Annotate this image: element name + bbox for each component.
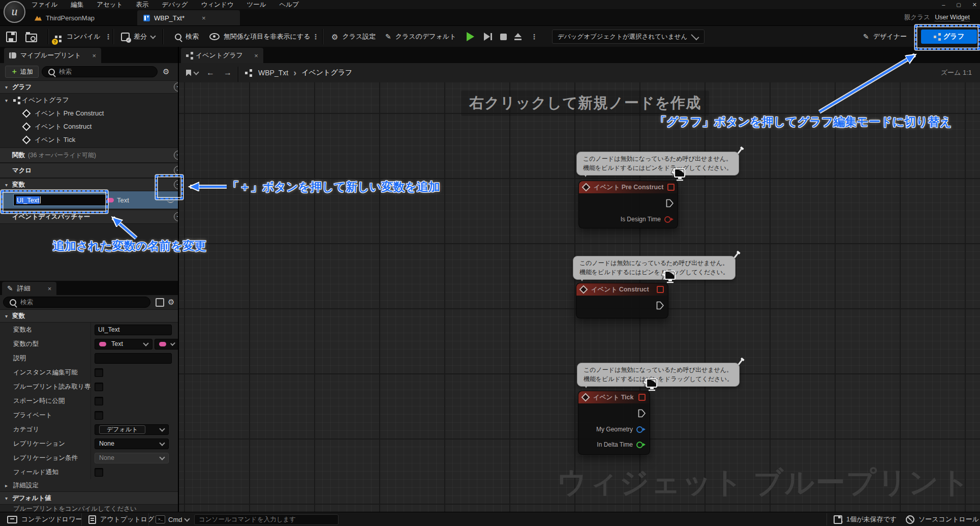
tree-item-event[interactable]: イベント Construct <box>0 120 178 133</box>
cmd-dropdown[interactable]: >_ Cmd <box>156 512 189 526</box>
compile-options-icon[interactable]: ⋮ <box>105 26 112 47</box>
section-variables[interactable]: ▾ 変数 + <box>0 178 178 191</box>
exec-pin-icon[interactable] <box>666 199 674 209</box>
class-settings-button[interactable]: ⚙ クラス設定 <box>331 26 376 47</box>
unsaved-status[interactable]: 1個が未保存です <box>834 512 897 526</box>
content-drawer-button[interactable]: コンテンツドロワー <box>7 512 82 526</box>
tab-details[interactable]: ✎ 詳細 × <box>2 282 56 295</box>
breadcrumb-current[interactable]: イベントグラフ <box>301 68 352 77</box>
play-options-icon[interactable]: ⋮ <box>531 26 538 47</box>
default-value-section[interactable]: ▾ デフォルト値 <box>0 491 178 505</box>
expander-icon[interactable]: ▸ <box>5 483 13 488</box>
expander-icon[interactable]: ▾ <box>5 495 12 501</box>
bookmarks-button[interactable] <box>186 63 198 82</box>
play-button[interactable] <box>467 26 474 47</box>
bubble-pin-icon[interactable] <box>738 148 743 154</box>
detail-text-input[interactable]: UI_Text <box>95 325 172 335</box>
frame-skip-button[interactable] <box>484 26 490 47</box>
dropdown[interactable]: None <box>95 439 169 449</box>
search-input[interactable]: 検索 <box>42 66 158 77</box>
data-pin-icon[interactable] <box>664 216 671 223</box>
tree-item-event[interactable]: イベント Tick <box>0 133 178 147</box>
save-button[interactable] <box>6 26 17 47</box>
close-icon[interactable]: ✕ <box>972 2 977 8</box>
dropdown[interactable]: デフォルト <box>95 424 169 435</box>
section-functions[interactable]: 関数 (36 オーバーライド可能) + <box>0 148 178 163</box>
debug-object-dropdown[interactable]: デバッグオブジェクトが選択されていません <box>552 30 705 44</box>
close-tab-icon[interactable]: × <box>254 52 258 60</box>
parent-class-link[interactable]: User Widget <box>935 14 970 21</box>
back-button[interactable]: ← <box>206 63 215 82</box>
unreal-logo[interactable]: u <box>4 1 25 23</box>
dropdown[interactable]: None <box>95 453 169 463</box>
menu-item[interactable]: ウィンドウ <box>201 1 234 9</box>
checkbox[interactable] <box>95 383 103 391</box>
designer-mode-button[interactable]: ✎ デザイナー <box>863 26 907 47</box>
exec-pin-icon[interactable] <box>656 301 664 311</box>
add-graph-icon[interactable]: + <box>174 82 178 92</box>
tab-thirdpersonmap[interactable]: ThirdPersonMap <box>28 10 101 25</box>
menu-item[interactable]: ツール <box>247 1 266 9</box>
tree-item-event-graph[interactable]: ▾ イベントグラフ <box>0 94 178 107</box>
diff-button[interactable]: 差分 <box>121 26 155 47</box>
blueprint-node[interactable]: イベント Construct <box>576 283 668 318</box>
settings-gear-icon[interactable]: ⚙ <box>163 68 169 75</box>
blueprint-node[interactable]: イベント Pre ConstructIs Design Time <box>578 181 678 228</box>
tab-event-graph[interactable]: イベントグラフ × <box>181 48 263 63</box>
hide-unrelated-button[interactable]: 無関係な項目を非表示にする <box>209 26 311 47</box>
container-type-dropdown[interactable] <box>155 339 178 349</box>
menu-item[interactable]: 編集 <box>71 1 83 9</box>
maximize-icon[interactable]: ▢ <box>956 2 961 8</box>
output-log-button[interactable]: アウトプットログ <box>88 512 154 526</box>
tab-my-blueprint[interactable]: マイブループリント × <box>4 48 101 63</box>
menu-item[interactable]: 表示 <box>136 1 148 9</box>
add-function-icon[interactable]: + <box>174 151 178 160</box>
expander-icon[interactable]: ▾ <box>5 313 12 319</box>
exec-pin-icon[interactable] <box>638 409 646 419</box>
source-control-button[interactable]: ソースコントロール <box>906 512 979 526</box>
eject-button[interactable] <box>514 26 522 47</box>
menu-item[interactable]: アセット <box>97 1 122 9</box>
hide-unrelated-options-icon[interactable]: ⋮ <box>312 26 319 47</box>
checkbox[interactable] <box>95 468 103 477</box>
bubble-pin-icon[interactable] <box>738 359 743 365</box>
node-title-bar[interactable]: イベント Construct <box>576 283 668 296</box>
node-title-bar[interactable]: イベント Pre Construct <box>579 181 678 193</box>
close-tab-icon[interactable]: × <box>92 52 96 60</box>
bubble-pin-icon[interactable] <box>734 252 739 258</box>
add-button[interactable]: ＋ 追加 <box>5 66 39 78</box>
blueprint-node[interactable]: イベント TickMy GeometryIn Delta Time <box>578 391 650 455</box>
section-macros[interactable]: マクロ + <box>0 163 178 178</box>
advanced-settings-row[interactable]: ▸ 詳細設定 <box>0 479 178 492</box>
checkbox[interactable] <box>95 411 103 420</box>
details-search-input[interactable]: 検索 <box>3 297 150 308</box>
expander-icon[interactable]: ▾ <box>5 84 12 90</box>
breadcrumb-root[interactable]: WBP_Txt <box>258 69 288 77</box>
forward-button[interactable]: → <box>224 63 232 82</box>
expander-icon[interactable]: ▾ <box>5 182 12 188</box>
browse-asset-button[interactable] <box>25 26 37 47</box>
details-settings-icon[interactable]: ⚙ <box>168 298 174 306</box>
stop-button[interactable] <box>500 26 507 47</box>
section-graphs[interactable]: ▾ グラフ + <box>0 80 178 94</box>
compile-button[interactable]: ? コンパイル <box>55 26 101 47</box>
checkbox[interactable] <box>95 368 103 377</box>
breadcrumb[interactable]: WBP_Txt › イベントグラフ <box>258 63 352 82</box>
close-tab-icon[interactable]: × <box>202 14 206 22</box>
expander-icon[interactable]: ▾ <box>5 98 13 103</box>
minimize-icon[interactable]: – <box>942 2 945 8</box>
menu-item[interactable]: ヘルプ <box>280 1 299 9</box>
add-macro-icon[interactable]: + <box>174 166 178 175</box>
node-title-bar[interactable]: イベント Tick <box>578 391 650 403</box>
menu-item[interactable]: デバッグ <box>162 1 188 9</box>
menu-item[interactable]: ファイル <box>32 1 57 9</box>
find-button[interactable]: 検索 <box>175 26 199 47</box>
tab-wbp-txt[interactable]: WBP_Txt* × <box>137 10 240 25</box>
data-pin-icon[interactable] <box>636 442 643 448</box>
event-graph-canvas[interactable]: 右クリックして新規ノードを作成 ウィジェット ブループリント このノードは無効に… <box>179 82 980 512</box>
variable-type-dropdown[interactable]: Text <box>95 339 152 349</box>
display-filter-icon[interactable] <box>156 298 164 307</box>
close-tab-icon[interactable]: × <box>48 285 52 293</box>
checkbox[interactable] <box>95 397 103 405</box>
console-command-input[interactable]: コンソールコマンドを入力します <box>194 514 339 525</box>
